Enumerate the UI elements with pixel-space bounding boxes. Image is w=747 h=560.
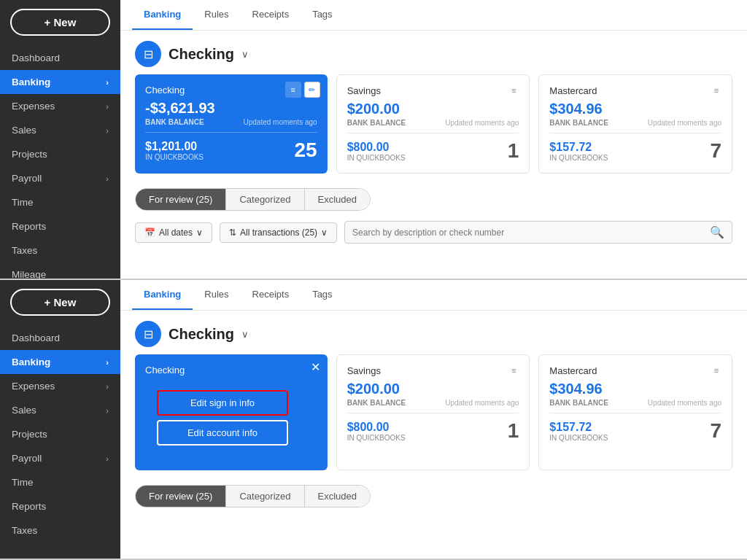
filter-excluded-top[interactable]: Excluded xyxy=(305,189,370,210)
sidebar-item-taxes[interactable]: Taxes xyxy=(0,238,120,262)
bottom-filter-row: For review (25) Categorized Excluded xyxy=(120,479,747,513)
edit-popup: Edit sign in info Edit account info xyxy=(145,376,317,460)
card-mastercard-bottom: ≡ Mastercard $304.96 BANK BALANCE Update… xyxy=(538,354,732,470)
card-menu-icon-mastercard[interactable]: ≡ xyxy=(708,82,724,98)
account-dropdown-bottom[interactable]: ∨ xyxy=(241,329,249,340)
card-updated-savings-bottom: Updated moments ago xyxy=(445,399,519,407)
card-menu-icon[interactable]: ≡ xyxy=(285,82,301,98)
calendar-icon: 📅 xyxy=(144,228,155,238)
bottom-banking-chevron: › xyxy=(106,358,109,367)
card-count-mastercard: 7 xyxy=(710,139,721,163)
sidebar-item-reports[interactable]: Reports xyxy=(0,214,120,238)
filter-categorized-bottom[interactable]: Categorized xyxy=(226,486,304,507)
sidebar-item-banking[interactable]: Banking › xyxy=(0,70,120,94)
bottom-sidebar-item-payroll[interactable]: Payroll › xyxy=(0,446,120,470)
top-new-button[interactable]: + New xyxy=(10,9,110,36)
search-icon: 🔍 xyxy=(710,225,724,239)
top-sidebar: + New Dashboard Banking › Expenses › Sal… xyxy=(0,0,120,279)
card-icons-savings-bottom: ≡ xyxy=(506,362,522,378)
edit-account-info-button[interactable]: Edit account info xyxy=(157,420,288,446)
card-savings-top: ≡ Savings $200.00 BANK BALANCE Updated m… xyxy=(336,74,530,174)
bottom-filter-tabs: For review (25) Categorized Excluded xyxy=(135,485,371,508)
top-cards-row: ≡ ✏ Checking -$3,621.93 BANK BALANCE Upd… xyxy=(120,74,747,182)
tab-rules-top[interactable]: Rules xyxy=(193,0,240,30)
bottom-sidebar-item-reports[interactable]: Reports xyxy=(0,494,120,518)
card-edit-icon[interactable]: ✏ xyxy=(304,82,320,98)
tab-rules-bottom[interactable]: Rules xyxy=(193,280,240,310)
card-title-mastercard-bottom: Mastercard xyxy=(549,365,721,376)
card-qb-amount-mastercard-bottom: $157.72 xyxy=(549,421,608,434)
card-qb-amount-savings-bottom: $800.00 xyxy=(347,421,406,434)
bottom-tabs: Banking Rules Receipts Tags xyxy=(120,280,747,311)
card-count-mastercard-bottom: 7 xyxy=(710,419,721,443)
bottom-main: Banking Rules Receipts Tags ⊟ Checking ∨… xyxy=(120,280,747,559)
filter-for-review-bottom[interactable]: For review (25) xyxy=(136,486,226,507)
tab-receipts-top[interactable]: Receipts xyxy=(241,0,301,30)
tab-tags-top[interactable]: Tags xyxy=(301,0,344,30)
card-bank-label-checking: BANK BALANCE xyxy=(145,118,204,126)
card-bank-balance-checking: -$3,621.93 xyxy=(145,100,317,117)
bottom-sidebar-item-sales[interactable]: Sales › xyxy=(0,398,120,422)
card-updated-savings: Updated moments ago xyxy=(445,119,519,127)
filter-for-review-top[interactable]: For review (25) xyxy=(136,189,226,210)
card-menu-icon-mastercard-bottom[interactable]: ≡ xyxy=(708,362,724,378)
sidebar-item-payroll[interactable]: Payroll › xyxy=(0,166,120,190)
calendar-filter-btn[interactable]: 📅 All dates ∨ xyxy=(135,222,212,243)
card-icons-checking: ≡ ✏ xyxy=(285,82,320,98)
card-savings-bottom: ≡ Savings $200.00 BANK BALANCE Updated m… xyxy=(336,354,530,470)
card-bank-label-mastercard: BANK BALANCE xyxy=(549,119,608,127)
card-title-checking-bottom: Checking xyxy=(145,365,317,376)
filter-icon: ⇅ xyxy=(229,228,236,238)
sales-chevron: › xyxy=(106,126,109,135)
sidebar-item-time[interactable]: Time xyxy=(0,190,120,214)
top-main: Banking Rules Receipts Tags ⊟ Checking ∨… xyxy=(120,0,747,279)
dates-chevron: ∨ xyxy=(196,228,203,238)
account-title-bottom: Checking xyxy=(169,326,234,343)
search-box-top[interactable]: 🔍 xyxy=(344,221,732,244)
account-title-top: Checking xyxy=(169,46,234,63)
card-bank-balance-savings: $200.00 xyxy=(347,101,519,117)
bottom-sidebar-item-projects[interactable]: Projects xyxy=(0,422,120,446)
bottom-sidebar-item-time[interactable]: Time xyxy=(0,470,120,494)
bottom-new-button[interactable]: + New xyxy=(10,289,110,316)
sidebar-item-sales[interactable]: Sales › xyxy=(0,118,120,142)
card-qb-label-mastercard: IN QUICKBOOKS xyxy=(549,154,608,162)
top-filter-tabs: For review (25) Categorized Excluded xyxy=(135,188,371,211)
sidebar-item-expenses[interactable]: Expenses › xyxy=(0,94,120,118)
account-icon-bottom: ⊟ xyxy=(135,321,161,347)
top-tx-filters: 📅 All dates ∨ ⇅ All transactions (25) ∨ … xyxy=(120,217,747,248)
card-icons-savings: ≡ xyxy=(506,82,522,98)
card-bank-label-mastercard-bottom: BANK BALANCE xyxy=(549,399,608,407)
bottom-sidebar-item-banking[interactable]: Banking › xyxy=(0,350,120,374)
transactions-filter-btn[interactable]: ⇅ All transactions (25) ∨ xyxy=(220,222,337,243)
tab-banking-bottom[interactable]: Banking xyxy=(132,280,193,310)
card-qb-label-mastercard-bottom: IN QUICKBOOKS xyxy=(549,434,608,442)
card-bank-balance-savings-bottom: $200.00 xyxy=(347,381,519,397)
card-menu-icon-savings[interactable]: ≡ xyxy=(506,82,522,98)
bottom-sidebar-item-taxes[interactable]: Taxes xyxy=(0,518,120,542)
sidebar-item-dashboard[interactable]: Dashboard xyxy=(0,46,120,70)
tab-banking-top[interactable]: Banking xyxy=(132,0,193,30)
card-qb-amount-mastercard: $157.72 xyxy=(549,141,608,154)
tab-receipts-bottom[interactable]: Receipts xyxy=(241,280,301,310)
bottom-payroll-chevron: › xyxy=(106,454,109,463)
card-title-mastercard: Mastercard xyxy=(549,85,721,96)
edit-sign-in-button[interactable]: Edit sign in info xyxy=(157,390,288,416)
card-checking-bottom: ✕ Checking Edit sign in info Edit accoun… xyxy=(135,354,328,470)
sidebar-item-projects[interactable]: Projects xyxy=(0,142,120,166)
card-menu-icon-savings-bottom[interactable]: ≡ xyxy=(506,362,522,378)
card-qb-amount-checking: $1,201.00 xyxy=(145,140,204,153)
card-mastercard-top: ≡ Mastercard $304.96 BANK BALANCE Update… xyxy=(538,74,732,174)
card-bank-label-savings: BANK BALANCE xyxy=(347,119,406,127)
search-input-top[interactable] xyxy=(352,228,710,238)
card-qb-amount-savings: $800.00 xyxy=(347,141,406,154)
account-icon-top: ⊟ xyxy=(135,41,161,67)
filter-excluded-bottom[interactable]: Excluded xyxy=(305,486,370,507)
tab-tags-bottom[interactable]: Tags xyxy=(301,280,344,310)
bottom-sidebar-item-dashboard[interactable]: Dashboard xyxy=(0,326,120,350)
filter-categorized-top[interactable]: Categorized xyxy=(226,189,304,210)
card-close-button[interactable]: ✕ xyxy=(311,360,320,374)
bottom-sidebar-item-expenses[interactable]: Expenses › xyxy=(0,374,120,398)
account-dropdown-top[interactable]: ∨ xyxy=(241,49,249,60)
card-icons-mastercard-bottom: ≡ xyxy=(708,362,724,378)
